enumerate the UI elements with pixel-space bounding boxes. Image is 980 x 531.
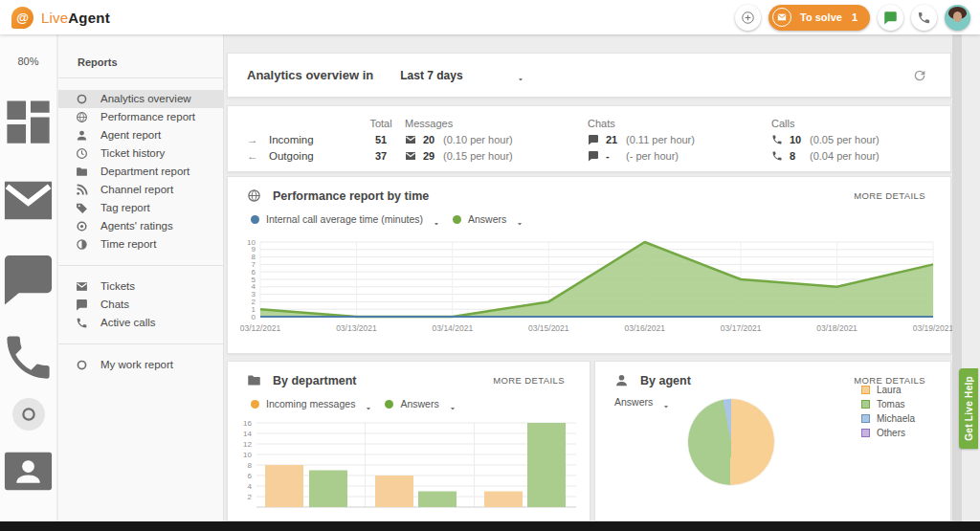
to-solve-button[interactable]: To solve 1 — [768, 5, 870, 31]
svg-text:8: 8 — [252, 253, 256, 261]
chevron-down-icon[interactable] — [516, 71, 525, 80]
call-status-button[interactable] — [911, 5, 937, 31]
sidebar-item-tickets[interactable]: Tickets — [58, 277, 223, 296]
svg-text:14: 14 — [243, 430, 252, 438]
folder-icon — [76, 166, 88, 178]
svg-text:5: 5 — [252, 276, 256, 284]
sidebar-item-label: Analytics overview — [100, 93, 191, 105]
overview-header-card: Analytics overview in Last 7 days — [227, 53, 951, 98]
calls-cell-incoming: 10(0.05 per hour) — [771, 134, 950, 145]
by-department-card: By department MORE DETAILS Incoming mess… — [227, 361, 590, 521]
sidebar-item-label: Tickets — [100, 280, 135, 293]
sidebar-item-label: Channel report — [100, 184, 173, 196]
logo-wordmark: LiveAgent — [41, 10, 110, 26]
sidebar-item-label: Performance report — [100, 111, 195, 123]
chat-icon — [588, 134, 599, 145]
logo-bubble-icon: @ — [11, 7, 33, 29]
sidebar-item-analytics-overview[interactable]: Analytics overview — [58, 90, 223, 108]
chevron-down-icon — [448, 400, 457, 409]
sidebar-item-time-report[interactable]: Time report — [58, 235, 223, 254]
more-details-link[interactable]: MORE DETAILS — [854, 190, 925, 201]
legend-item-incoming-messages[interactable]: Incoming messages — [251, 398, 375, 409]
chats-cell-outgoing: -(- per hour) — [588, 150, 771, 162]
svg-text:7: 7 — [252, 260, 256, 269]
sidebar-item-label: Time report — [100, 238, 156, 251]
chevron-down-icon — [364, 400, 373, 409]
chat-status-button[interactable] — [878, 5, 903, 31]
svg-text:3: 3 — [252, 290, 256, 299]
sidebar-item-tag-report[interactable]: Tag report — [58, 199, 223, 217]
svg-text:4: 4 — [248, 482, 253, 491]
sidebar-item-chats[interactable]: Chats — [58, 296, 223, 314]
legend-dot-icon — [251, 215, 259, 224]
tickets-icon — [0, 217, 56, 233]
legend-item-internal-call-average-time-minutes[interactable]: Internal call average time (minutes) — [251, 213, 443, 225]
sidebar-item-agents-ratings[interactable]: Agents' ratings — [58, 217, 223, 235]
svg-text:10: 10 — [243, 451, 252, 459]
rail-item-tickets[interactable] — [0, 170, 56, 231]
legend-item-michaela[interactable]: Michaela — [861, 413, 915, 424]
page-title: Analytics overview in — [247, 68, 373, 82]
rail-item-reports[interactable] — [12, 398, 45, 431]
row-label: Incoming — [269, 134, 314, 145]
sidebar-item-label: Agents' ratings — [100, 220, 173, 232]
legend-label: Tomas — [877, 399, 904, 409]
direction-arrow-icon: ← — [247, 150, 258, 162]
sidebar-item-channel-report[interactable]: Channel report — [58, 181, 223, 199]
user-avatar[interactable] — [945, 5, 970, 31]
agent-pie-chart — [688, 399, 774, 485]
total-value-outgoing: 37 — [357, 150, 405, 162]
legend-item-others[interactable]: Others — [861, 428, 915, 438]
liveagent-logo[interactable]: @ LiveAgent — [11, 7, 110, 29]
taskbar — [0, 521, 980, 531]
ring-icon — [76, 93, 88, 105]
person-icon — [76, 129, 88, 142]
rail-item-dashboard[interactable] — [0, 92, 56, 152]
col-header-chats: Chats — [588, 118, 771, 129]
sidebar-item-department-report[interactable]: Department report — [58, 163, 223, 181]
tag-icon — [76, 202, 88, 214]
legend-label: Laura — [877, 385, 902, 395]
rail-item-contacts[interactable] — [0, 441, 56, 501]
get-live-help-tab[interactable]: Get Live Help — [959, 368, 978, 449]
rail-icons: ⚙ — [0, 92, 56, 531]
refresh-icon[interactable] — [912, 68, 927, 83]
dashboard-icon — [0, 139, 56, 155]
sidebar-item-agent-report[interactable]: Agent report — [58, 126, 223, 144]
by-agent-card: By agent MORE DETAILS Answers LauraTomas… — [594, 361, 951, 521]
messages-value: 29 — [423, 150, 436, 162]
top-bar: @ LiveAgent To solve 1 — [0, 0, 980, 34]
to-solve-count: 1 — [852, 11, 858, 23]
sidebar-item-performance-report[interactable]: Performance report — [58, 108, 223, 126]
performance-legend: Internal call average time (minutes)Answ… — [228, 203, 950, 225]
chats-rate: (- per hour) — [626, 150, 679, 162]
legend-item-laura[interactable]: Laura — [861, 385, 915, 395]
svg-text:12: 12 — [243, 440, 252, 449]
phone-icon — [76, 317, 88, 329]
svg-text:03/16/2021: 03/16/2021 — [624, 323, 665, 333]
legend-swatch-icon — [861, 429, 870, 437]
phone-icon — [771, 150, 783, 162]
legend-label: Incoming messages — [266, 398, 355, 409]
phone-icon — [917, 11, 931, 25]
sidebar-item-my-work-report[interactable]: My work report — [58, 356, 223, 374]
sidebar-item-label: Tag report — [100, 202, 150, 214]
messages-rate: (0.10 per hour) — [443, 134, 513, 145]
rail-item-chats[interactable] — [0, 249, 56, 309]
legend-item-answers[interactable]: Answers — [453, 213, 526, 225]
more-details-link[interactable]: MORE DETAILS — [493, 375, 565, 386]
legend-item-tomas[interactable]: Tomas — [861, 399, 915, 409]
sidebar-item-label: Ticket history — [100, 147, 165, 160]
rail-item-calls[interactable] — [0, 327, 56, 387]
to-solve-envelope-icon — [772, 8, 791, 27]
chat-icon — [883, 11, 898, 25]
svg-text:03/14/2021: 03/14/2021 — [433, 323, 474, 333]
sidebar-item-ticket-history[interactable]: Ticket history — [58, 144, 223, 163]
legend-item-answers[interactable]: Answers — [385, 398, 458, 409]
stats-row-outgoing: ←Outgoing — [247, 150, 357, 162]
create-new-button[interactable] — [735, 5, 761, 31]
sidebar-item-active-calls[interactable]: Active calls — [58, 314, 223, 332]
date-range-select[interactable]: Last 7 days — [400, 69, 462, 82]
to-solve-label: To solve — [800, 11, 842, 23]
total-value-incoming: 51 — [357, 134, 405, 145]
